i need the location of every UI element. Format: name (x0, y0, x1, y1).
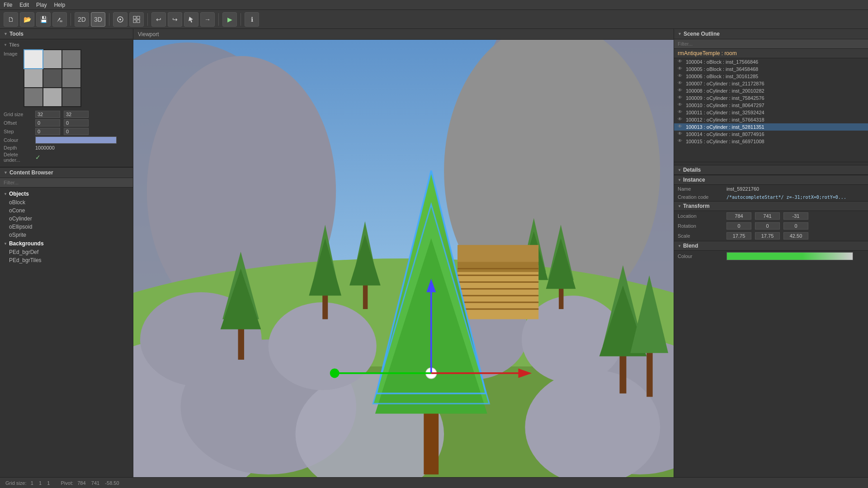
offset-row: Offset (4, 119, 129, 127)
location-y[interactable] (755, 212, 780, 220)
location-values (726, 212, 808, 220)
tile-cell-8[interactable] (62, 88, 80, 106)
object-osprite[interactable]: oSprite (0, 231, 133, 239)
colour-input[interactable] (35, 136, 117, 144)
depth-row: Depth 1000000 (4, 145, 129, 150)
outline-item-11[interactable]: 👁 100015 : oCylinder : inst_66971008 (674, 138, 868, 145)
scene-outline-header: Scene Outline (674, 29, 868, 39)
step-x-input[interactable] (35, 128, 60, 135)
grid-size-status-label: Grid size: 1 1 1 (5, 480, 50, 486)
scale-z[interactable] (783, 232, 808, 239)
tile-cell-1[interactable] (43, 50, 61, 68)
svg-point-55 (330, 368, 340, 378)
eye-icon-11: 👁 (678, 138, 684, 145)
new-button[interactable]: 🗋 (4, 12, 18, 27)
colour-row: Colour (4, 136, 129, 144)
rotation-x[interactable] (726, 222, 751, 230)
select-button[interactable] (184, 12, 198, 27)
menu-help[interactable]: Help (54, 2, 65, 8)
menu-edit[interactable]: Edit (19, 2, 29, 8)
grid-size-y-input[interactable] (64, 111, 89, 118)
delete-check-icon[interactable]: ✓ (35, 154, 41, 161)
tile-cell-5[interactable] (62, 69, 80, 87)
creation-code-value[interactable]: /*autocompleteStart*/ z=-31;rotX=0;rotY=… (726, 195, 853, 200)
eye-icon-8: 👁 (678, 117, 684, 123)
content-browser: Content Browser Objects oBlock oCone oCy… (0, 167, 133, 477)
tools-header[interactable]: Tools (0, 29, 133, 39)
info-button[interactable]: ℹ (245, 12, 259, 27)
undo-button[interactable]: ↩ (151, 12, 166, 27)
viewport[interactable]: Viewport (133, 29, 674, 477)
backgrounds-group[interactable]: Backgrounds (0, 239, 133, 248)
outline-item-1[interactable]: 👁 100005 : oBlock : inst_36458468 (674, 66, 868, 73)
scale-x[interactable] (726, 232, 751, 239)
grid-size-x-input[interactable] (35, 111, 60, 118)
blend-colour-bar[interactable] (726, 252, 853, 260)
save-button[interactable]: 💾 (36, 12, 51, 27)
tile-button[interactable] (129, 12, 144, 27)
rotation-values (726, 222, 808, 230)
depth-label: Depth (4, 145, 35, 150)
details-panel: Details Instance Name inst_59221760 Crea… (674, 162, 868, 477)
object-ocone[interactable]: oCone (0, 206, 133, 215)
outline-item-10[interactable]: 👁 100014 : oCylinder : inst_80774916 (674, 131, 868, 138)
scale-y[interactable] (755, 232, 780, 239)
tile-cell-4[interactable] (43, 69, 61, 87)
rotation-z[interactable] (783, 222, 808, 230)
bg-ped-bgrtiles[interactable]: PEd_bgrTiles (0, 256, 133, 264)
eye-icon-3: 👁 (678, 80, 684, 87)
left-panel: Tools Tiles Image (0, 29, 133, 477)
tile-cell-6[interactable] (24, 88, 42, 106)
content-browser-filter[interactable] (0, 178, 133, 188)
outline-item-0[interactable]: 👁 100004 : oBlock : inst_17566846 (674, 58, 868, 66)
outline-item-2[interactable]: 👁 100006 : oBlock : inst_30161285 (674, 73, 868, 80)
tile-cell-3[interactable] (24, 69, 42, 87)
statusbar: Grid size: 1 1 1 Pivot: 784 741 -58.50 (0, 477, 868, 488)
rotation-y[interactable] (755, 222, 780, 230)
location-z[interactable] (783, 212, 808, 220)
tile-cell-0[interactable] (24, 50, 42, 68)
outline-item-9[interactable]: 👁 100013 : oCylinder : inst_52811351 (674, 123, 868, 131)
outline-item-6[interactable]: 👁 100010 : oCylinder : inst_80647297 (674, 102, 868, 109)
offset-x-input[interactable] (35, 119, 60, 127)
menu-play[interactable]: Play (36, 2, 47, 8)
outline-item-7[interactable]: 👁 100011 : oCylinder : inst_32592424 (674, 109, 868, 116)
objects-group[interactable]: Objects (0, 189, 133, 198)
depth-value: 1000000 (35, 145, 129, 150)
tile-grid[interactable] (24, 49, 81, 107)
name-row: Name inst_59221760 (674, 185, 868, 193)
mode-3d-button[interactable]: 3D (91, 12, 105, 27)
snap-button[interactable] (113, 12, 127, 27)
step-y-input[interactable] (64, 128, 89, 135)
arrow-button[interactable]: → (200, 12, 215, 27)
sep3 (147, 13, 148, 26)
tools-section: Tools Tiles Image (0, 29, 133, 167)
redo-button[interactable]: ↪ (168, 12, 182, 27)
outline-item-8[interactable]: 👁 100012 : oCylinder : inst_57664318 (674, 116, 868, 123)
instance-section-header: Instance (674, 175, 868, 185)
bg-ped-bgrdef[interactable]: PEd_bgrDef (0, 248, 133, 256)
play-button[interactable]: ▶ (222, 12, 237, 27)
outline-item-3[interactable]: 👁 100007 : oCylinder : inst_21172876 (674, 80, 868, 87)
object-oellipsoid[interactable]: oEllipsoid (0, 223, 133, 231)
object-ocylinder[interactable]: oCylinder (0, 215, 133, 223)
tile-cell-7[interactable] (43, 88, 61, 106)
location-x[interactable] (726, 212, 751, 220)
outline-filter-input[interactable] (674, 39, 868, 49)
sep1 (71, 13, 71, 26)
tile-cell-2[interactable] (62, 50, 80, 68)
mode-2d-button[interactable]: 2D (75, 12, 89, 27)
menu-file[interactable]: File (4, 2, 12, 8)
eye-icon-10: 👁 (678, 131, 684, 137)
outline-item-4[interactable]: 👁 100008 : oCylinder : inst_20010282 (674, 87, 868, 94)
rotation-row: Rotation (674, 221, 868, 231)
offset-y-input[interactable] (64, 119, 89, 127)
eye-icon-0: 👁 (678, 59, 684, 65)
object-oblock[interactable]: oBlock (0, 198, 133, 206)
outline-item-5[interactable]: 👁 100009 : oCylinder : inst_75842576 (674, 94, 868, 102)
open-button[interactable]: 📂 (20, 12, 34, 27)
offset-label: Offset (4, 120, 35, 126)
creation-code-label: Creation code (678, 194, 723, 200)
name-value: inst_59221760 (726, 186, 864, 192)
brush-button[interactable] (52, 12, 67, 27)
